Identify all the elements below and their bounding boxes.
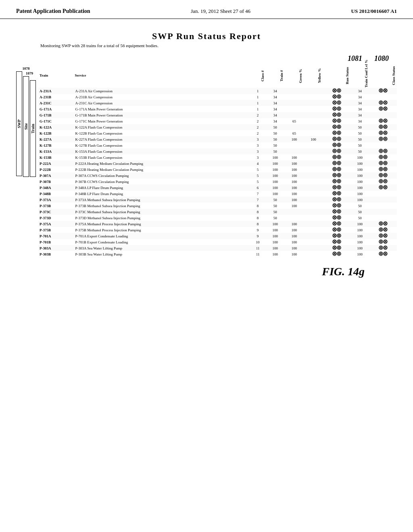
cell-conf: 50 bbox=[350, 130, 369, 136]
cell-service: K-127B Flash Gas Compression bbox=[73, 142, 250, 148]
cell-train-n: 100 bbox=[266, 154, 285, 160]
cell-class-status bbox=[369, 215, 397, 221]
patent-number: US 2012/0016607 A1 bbox=[351, 8, 397, 15]
table-row: P-375B P-375B Methanol Process Injection… bbox=[38, 227, 397, 233]
cell-green: 100 bbox=[285, 179, 304, 185]
cell-service: P-373C Methanol Subsea Injection Pumping bbox=[73, 209, 250, 215]
cell-green bbox=[285, 94, 304, 100]
cell-run-status bbox=[323, 191, 350, 197]
cell-yellow bbox=[304, 239, 323, 245]
cell-service: G-171C Main Power Generation bbox=[73, 118, 250, 124]
cell-run-status bbox=[323, 251, 350, 257]
cell-train-n: 100 bbox=[266, 251, 285, 257]
table-row: P-701A P-701A Export Condensate Loading … bbox=[38, 233, 397, 239]
report-title: SWP Run Status Report bbox=[16, 31, 397, 42]
cell-yellow bbox=[304, 215, 323, 221]
cell-train-n: 50 bbox=[266, 130, 285, 136]
cell-run-status bbox=[323, 94, 350, 100]
cell-class-n: 5 bbox=[250, 172, 266, 179]
cell-run-status bbox=[323, 136, 350, 142]
cell-train: P-303B bbox=[38, 251, 73, 257]
cell-class-n: 1 bbox=[250, 88, 266, 94]
cell-service: K-153B Flash Gas Compression bbox=[73, 154, 250, 160]
cell-yellow bbox=[304, 251, 323, 257]
cell-class-status bbox=[369, 124, 397, 130]
cell-conf: 100 bbox=[350, 251, 369, 257]
cell-class-n: 5 bbox=[250, 166, 266, 172]
cell-class-status bbox=[369, 118, 397, 124]
cell-conf: 100 bbox=[350, 239, 369, 245]
cell-train: P-701B bbox=[38, 239, 73, 245]
cell-train: P-307A bbox=[38, 172, 73, 179]
cell-class-status bbox=[369, 227, 397, 233]
cell-class-status bbox=[369, 160, 397, 166]
cell-yellow bbox=[304, 148, 323, 154]
cell-service: K-122B Flash Gas Compression bbox=[73, 130, 250, 136]
col-train-hash: Train # bbox=[266, 64, 285, 88]
cell-service: P-373A Methanol Subsea Injection Pumping bbox=[73, 197, 250, 203]
cell-run-status bbox=[323, 239, 350, 245]
cell-run-status bbox=[323, 160, 350, 166]
cell-run-status bbox=[323, 112, 350, 118]
cell-run-status bbox=[323, 172, 350, 179]
cell-service: A-231A Air Compression bbox=[73, 88, 250, 94]
col-train: Train bbox=[38, 64, 73, 88]
cell-conf: 100 bbox=[350, 221, 369, 227]
table-row: P-375A P-375A Methanol Process Injection… bbox=[38, 221, 397, 227]
cell-run-status bbox=[323, 185, 350, 191]
publication-date: Jan. 19, 2012 Sheet 27 of 46 bbox=[191, 8, 250, 15]
cell-yellow bbox=[304, 94, 323, 100]
cell-service: P-307A CCWS Circulation Pumping bbox=[73, 172, 250, 179]
cell-train-n: 100 bbox=[266, 245, 285, 251]
cell-class-n: 8 bbox=[250, 221, 266, 227]
cell-conf: 100 bbox=[350, 245, 369, 251]
cell-conf: 50 bbox=[350, 142, 369, 148]
cell-service: K-227A Flash Gas Compression bbox=[73, 136, 250, 142]
cell-train-n: 34 bbox=[266, 118, 285, 124]
table-row: P-222A P-222A Heating Medium Circulation… bbox=[38, 160, 397, 166]
cell-class-status bbox=[369, 185, 397, 191]
table-row: A-231A A-231A Air Compression 1 34 34 bbox=[38, 88, 397, 94]
cell-yellow bbox=[304, 172, 323, 179]
table-row: A-231B A-231B Air Compression 1 34 34 bbox=[38, 94, 397, 100]
cell-green: 100 bbox=[285, 239, 304, 245]
cell-train: P-348B bbox=[38, 191, 73, 197]
cell-green bbox=[285, 100, 304, 106]
table-row: P-373D P-373D Methanol Subsea Injection … bbox=[38, 215, 397, 221]
cell-conf: 34 bbox=[350, 112, 369, 118]
cell-green: 100 bbox=[285, 251, 304, 257]
swp-vertical-label: SWP bbox=[16, 71, 22, 176]
cell-conf: 34 bbox=[350, 100, 369, 106]
report-subtitle: Monitoring SWP with 28 trains for a tota… bbox=[40, 43, 397, 48]
cell-yellow bbox=[304, 118, 323, 124]
cell-class-status bbox=[369, 203, 397, 209]
cell-service: G-171A Main Power Generation bbox=[73, 106, 250, 112]
cell-yellow bbox=[304, 160, 323, 166]
cell-run-status bbox=[323, 197, 350, 203]
cell-run-status bbox=[323, 166, 350, 172]
cell-run-status bbox=[323, 233, 350, 239]
table-row: G-171B G-171B Main Power Generation 2 34… bbox=[38, 112, 397, 118]
cell-green: 100 bbox=[285, 233, 304, 239]
cell-class-n: 3 bbox=[250, 154, 266, 160]
page-header: Patent Application Publication Jan. 19, … bbox=[0, 0, 413, 19]
cell-yellow: 100 bbox=[304, 136, 323, 142]
cell-class-status bbox=[369, 233, 397, 239]
table-row: P-303B P-303B Sea Water Lifting Pump 11 … bbox=[38, 251, 397, 257]
cell-run-status bbox=[323, 154, 350, 160]
table-row: P-373A P-373A Methanol Subsea Injection … bbox=[38, 197, 397, 203]
cell-service: P-373B Methanol Subsea Injection Pumping bbox=[73, 203, 250, 209]
table-row: G-171C G-171C Main Power Generation 2 34… bbox=[38, 118, 397, 124]
cell-run-status bbox=[323, 118, 350, 124]
cell-green bbox=[285, 148, 304, 154]
cell-class-status bbox=[369, 239, 397, 245]
cell-conf: 100 bbox=[350, 160, 369, 166]
cell-service: P-701B Export Condensate Loading bbox=[73, 239, 250, 245]
cell-green: 100 bbox=[285, 160, 304, 166]
cell-yellow bbox=[304, 233, 323, 239]
cell-class-status bbox=[369, 100, 397, 106]
cell-class-status bbox=[369, 130, 397, 136]
cell-conf: 50 bbox=[350, 124, 369, 130]
cell-train-n: 34 bbox=[266, 112, 285, 118]
cell-service: K-153A Flash Gas Compression bbox=[73, 148, 250, 154]
